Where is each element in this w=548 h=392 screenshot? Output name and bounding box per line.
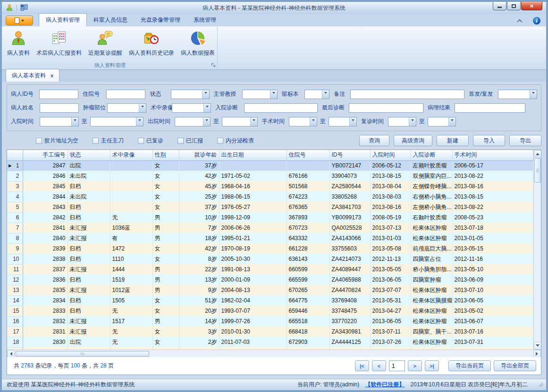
- grid-cell[interactable]: 2008-05-23: [452, 212, 533, 223]
- grid-column-header[interactable]: 住院号: [287, 150, 329, 160]
- chevron-down-icon[interactable]: [136, 117, 143, 126]
- table-row[interactable]: ▶12847出院女37岁YB00721472006-05-12左额叶胶质瘤200…: [7, 160, 533, 171]
- grid-cell[interactable]: 1110: [110, 254, 152, 264]
- grid-cell[interactable]: 2013-06-09: [452, 275, 533, 285]
- table-row[interactable]: 152833归档无女20岁1993-07-0765944633748475201…: [7, 306, 533, 316]
- status-combo[interactable]: [171, 90, 210, 99]
- table-row[interactable]: 62842归档无男10岁1998-12-09367893YB0099173200…: [7, 212, 533, 223]
- grid-cell[interactable]: 男: [152, 275, 179, 285]
- grid-cell[interactable]: 无: [110, 212, 152, 223]
- grid-cell[interactable]: 女: [152, 181, 179, 192]
- row-selector[interactable]: 6: [7, 212, 23, 223]
- row-selector[interactable]: 11: [7, 264, 23, 275]
- followup-date-from-combo[interactable]: [388, 117, 416, 126]
- patient-id-input[interactable]: [39, 90, 78, 99]
- grid-cell[interactable]: 未汇报: [67, 264, 110, 275]
- grid-cell[interactable]: 2843: [23, 202, 67, 212]
- grid-cell[interactable]: 1999-07-26: [219, 316, 287, 326]
- grid-cell[interactable]: 四脑室占位: [411, 254, 452, 264]
- grid-cell[interactable]: 归档: [67, 254, 110, 264]
- grid-cell[interactable]: [110, 160, 152, 171]
- grid-cell[interactable]: ZA4143066: [329, 233, 370, 243]
- grid-cell[interactable]: 664775: [287, 295, 329, 306]
- new-button[interactable]: 新建: [437, 135, 469, 146]
- grid-cell[interactable]: 松果体区肿瘤: [411, 316, 452, 326]
- grid-cell[interactable]: 2013-08-22: [452, 202, 533, 212]
- grid-cell[interactable]: 2000-01-09: [219, 275, 287, 285]
- last-page-button[interactable]: >|: [425, 360, 439, 371]
- scroll-up-icon[interactable]: [534, 150, 541, 158]
- grid-cell[interactable]: 45岁: [179, 181, 219, 192]
- ribbon-tab-system[interactable]: 系统管理: [187, 14, 223, 26]
- table-row[interactable]: 32845归档女45岁1968-04-16501568ZA25805442013…: [7, 181, 533, 192]
- row-selector[interactable]: 17: [7, 326, 23, 337]
- grid-cell[interactable]: 37岁: [179, 160, 219, 171]
- grid-cell[interactable]: 女: [152, 171, 179, 181]
- application-menu-button[interactable]: [6, 16, 33, 25]
- tab-patient-basic-data[interactable]: 病人基本资料 x: [6, 69, 59, 82]
- table-row[interactable]: 122836归档1519男13岁2000-01-09665599ZA406598…: [7, 275, 533, 285]
- patient-report-chart-button[interactable]: 病人数据报表: [177, 29, 218, 60]
- grid-cell[interactable]: 1998-12-09: [219, 212, 287, 223]
- table-row[interactable]: 132835未汇报1012蓝男9岁2004-08-13670265ZA44708…: [7, 285, 533, 295]
- ribbon-tab-patient-management[interactable]: 病人资料管理: [39, 13, 87, 26]
- advanced-query-button[interactable]: 高级查询: [394, 135, 432, 146]
- grid-cell[interactable]: 四脑室、脑干...: [411, 326, 452, 337]
- layout-grid-icon[interactable]: [20, 4, 28, 13]
- chevron-down-icon[interactable]: [250, 117, 257, 126]
- table-row[interactable]: 112837未汇报1444男22岁1991-08-13660599ZA40894…: [7, 264, 533, 275]
- scroll-left-icon[interactable]: [7, 350, 15, 358]
- tumor-site-combo[interactable]: [107, 103, 146, 113]
- resize-grip-icon[interactable]: [538, 382, 543, 388]
- row-selector[interactable]: 18: [7, 337, 23, 347]
- grid-cell[interactable]: 1517: [110, 316, 152, 326]
- grid-cell[interactable]: 2842: [23, 212, 67, 223]
- admission-diagnosis-input[interactable]: [244, 103, 318, 113]
- grid-cell[interactable]: 2844: [23, 192, 67, 202]
- grid-cell[interactable]: 未汇报: [67, 285, 110, 295]
- grid-cell[interactable]: 676365: [287, 202, 329, 212]
- grid-cell[interactable]: 松果体区肿瘤: [411, 306, 452, 316]
- grid-cell[interactable]: 未汇报: [67, 233, 110, 243]
- grid-cell[interactable]: 2013-06-05: [452, 295, 533, 306]
- grid-cell[interactable]: 右侧桥小脑角...: [411, 192, 452, 202]
- grid-cell[interactable]: 33770220: [329, 316, 370, 326]
- collapse-ribbon-icon[interactable]: [517, 19, 522, 24]
- grid-cell[interactable]: 1991-08-13: [219, 264, 287, 275]
- row-selector[interactable]: 4: [7, 192, 23, 202]
- surgery-date-to-combo[interactable]: [329, 117, 357, 126]
- grid-cell[interactable]: 女: [152, 326, 179, 337]
- grid-column-header[interactable]: 出生日期: [219, 150, 287, 160]
- grid-cell[interactable]: 1962-02-04: [219, 295, 287, 306]
- grid-cell[interactable]: 女: [152, 306, 179, 316]
- grid-cell[interactable]: 9岁: [179, 285, 219, 295]
- grid-cell[interactable]: ZA4444125: [329, 337, 370, 347]
- grid-cell[interactable]: 1971-05-02: [219, 171, 287, 181]
- grid-cell[interactable]: 2010-01-30: [219, 326, 287, 337]
- grid-cell[interactable]: 668418: [287, 326, 329, 337]
- grid-cell[interactable]: ZA4065988: [329, 275, 370, 285]
- grid-cell[interactable]: 男: [152, 285, 179, 295]
- grid-cell[interactable]: 2835: [23, 285, 67, 295]
- grid-cell[interactable]: 2839: [23, 243, 67, 254]
- table-row[interactable]: 142834归档1505女51岁1962-02-0466477533769408…: [7, 295, 533, 306]
- row-selector[interactable]: ▶1: [7, 160, 23, 171]
- grid-cell[interactable]: 14岁: [179, 316, 219, 326]
- grid-column-header[interactable]: 入院时间: [370, 150, 411, 160]
- grid-cell[interactable]: 1976-05-27: [219, 202, 287, 212]
- grid-cell[interactable]: 2837: [23, 264, 67, 275]
- grid-cell[interactable]: 2013-08-03: [370, 192, 411, 202]
- grid-cell[interactable]: 1968-04-16: [219, 181, 287, 192]
- chevron-down-icon[interactable]: [139, 104, 146, 112]
- grid-cell[interactable]: 33805268: [329, 192, 370, 202]
- grid-cell[interactable]: 未汇报: [67, 326, 110, 337]
- grid-cell[interactable]: [219, 160, 287, 171]
- query-button[interactable]: 查询: [359, 135, 389, 146]
- patient-history-button[interactable]: 病人资料历史记录: [126, 29, 177, 60]
- grid-cell[interactable]: 7岁: [179, 223, 219, 233]
- grid-cell[interactable]: 2013-05-10: [452, 264, 533, 275]
- grid-cell[interactable]: 2013-05-15: [452, 243, 533, 254]
- grid-cell[interactable]: 2831: [23, 326, 67, 337]
- grid-cell[interactable]: 2006-06-26: [219, 223, 287, 233]
- table-row[interactable]: 52843归档女37岁1976-05-27676365ZA38417032013…: [7, 202, 533, 212]
